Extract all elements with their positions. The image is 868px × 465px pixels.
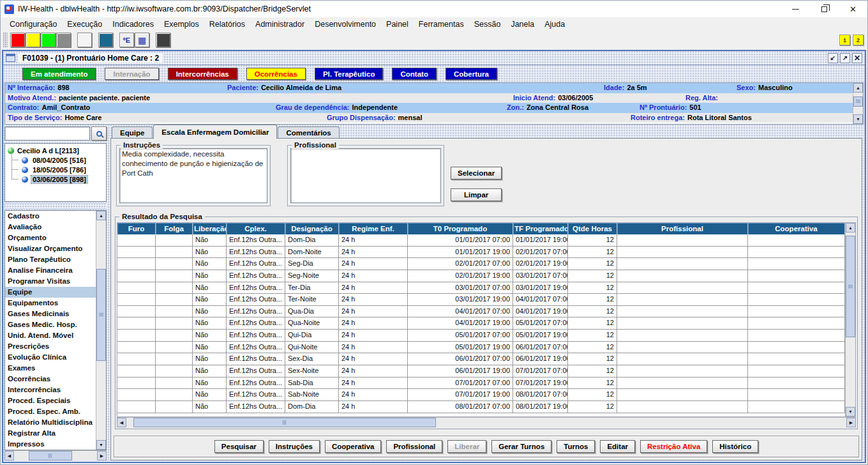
sidebar-item[interactable]: Prescrições [5, 341, 96, 352]
table-row[interactable]: Não Enf.12hs Outra... Sab-Noite 24 h 07/… [117, 389, 845, 401]
sidebar-item[interactable]: Gases Medic. Hosp. [5, 319, 96, 330]
table-header-cell[interactable]: Cooperativa [748, 223, 845, 234]
frame-minimize-button[interactable]: ↙ [828, 53, 838, 63]
quick-session-button[interactable]: 1 [839, 34, 850, 45]
table-header-cell[interactable]: Profissional [617, 223, 748, 234]
table-header-cell[interactable]: Folga [156, 223, 193, 234]
sidebar-item[interactable]: Programar Visitas [5, 276, 96, 287]
color-swatch-button[interactable] [41, 33, 56, 47]
color-swatch-button[interactable] [10, 33, 25, 47]
frame-close-button[interactable]: ✕ [852, 53, 862, 63]
toolbar-grip[interactable] [3, 33, 8, 48]
table-row[interactable]: Não Enf.12hs Outra... Ter-Dia 24 h 03/01… [117, 282, 845, 294]
tab[interactable]: Equipe [112, 126, 153, 139]
menu-item[interactable]: Painel [381, 19, 414, 30]
status-button[interactable]: Contato [392, 68, 436, 80]
minimize-button[interactable] [781, 1, 810, 17]
scroll-down-icon[interactable]: ▼ [96, 440, 106, 450]
sidebar-item[interactable]: Proced. Espec. Amb. [5, 406, 96, 417]
table-row[interactable]: Não Enf.12hs Outra... Sab-Dia 24 h 07/01… [117, 377, 845, 390]
sidebar-item[interactable]: Intercorrências [5, 385, 96, 395]
scroll-down-icon[interactable]: ▼ [853, 114, 863, 124]
table-header-cell[interactable]: Designação [285, 223, 339, 234]
scroll-up-icon[interactable]: ▲ [96, 211, 106, 220]
action-button[interactable]: Liberar [447, 440, 486, 453]
scroll-down-icon[interactable]: ▼ [846, 407, 855, 416]
scroll-left-icon[interactable]: ◀ [117, 418, 126, 427]
menu-item[interactable]: Ajuda [539, 19, 570, 30]
table-row[interactable]: Não Enf.12hs Outra... Qua-Dia 24 h 04/01… [117, 306, 845, 318]
tree-date-node[interactable]: 18/05/2005 [786] [6, 165, 105, 174]
table-row[interactable]: Não Enf.12hs Outra... Seg-Noite 24 h 02/… [117, 270, 845, 282]
table-row[interactable]: Não Enf.12hs Outra... Dom-Dia 24 h 08/01… [117, 401, 845, 413]
menu-item[interactable]: Janela [505, 19, 539, 30]
scroll-right-icon[interactable]: ▶ [846, 418, 856, 427]
sidebar-item[interactable]: Exames [5, 363, 96, 374]
teal-swatch-button[interactable] [98, 33, 113, 47]
table-header-cell[interactable]: Furo [117, 223, 156, 234]
menu-item[interactable]: Execução [62, 19, 107, 30]
table-row[interactable]: Não Enf.12hs Outra... Seg-Dia 24 h 02/01… [117, 258, 845, 270]
color-swatch-button[interactable] [56, 33, 71, 47]
action-button[interactable]: Restrição Ativa [640, 440, 707, 453]
tab[interactable]: Comentários [278, 126, 339, 139]
status-button[interactable]: Cobertura [445, 68, 497, 80]
instructions-textarea[interactable]: Media complexidade, necessita conhecimen… [119, 148, 267, 203]
action-button[interactable]: Turnos [557, 440, 595, 453]
scroll-up-icon[interactable]: ▲ [846, 223, 855, 232]
table-row[interactable]: Não Enf.12hs Outra... Qui-Dia 24 h 05/01… [117, 330, 845, 342]
sidebar-item[interactable]: Ocorrências [5, 374, 96, 385]
internal-frame-titlebar[interactable]: F01039 - (1) Prontuário Home Care : 2 ↙ … [3, 51, 865, 65]
status-button[interactable]: Em atendimento [22, 68, 96, 80]
menu-item[interactable]: Indicadores [107, 19, 159, 30]
table-row[interactable]: Não Enf.12hs Outra... Ter-Noite 24 h 03/… [117, 294, 845, 306]
scroll-right-icon[interactable]: ▶ [97, 451, 107, 461]
sidebar-scrollbar[interactable]: ▲ ▼ [96, 211, 106, 450]
table-header-cell[interactable]: Regime Enf. [339, 223, 408, 234]
sidebar-item[interactable]: Registrar Alta [5, 428, 96, 439]
table-row[interactable]: Não Enf.12hs Outra... Sex-Dia 24 h 06/01… [117, 353, 845, 365]
professional-textarea[interactable] [290, 148, 441, 203]
frame-maximize-button[interactable]: ↗ [840, 53, 850, 63]
table-header-cell[interactable]: Qtde Horas [568, 223, 617, 234]
tree-date-node[interactable]: 08/04/2005 [516] [6, 155, 105, 165]
table-row[interactable]: Não Enf.12hs Outra... Dom-Dia 24 h 01/01… [117, 234, 845, 247]
clear-button[interactable]: Limpar [451, 188, 502, 201]
sidebar-item[interactable]: Equipe [5, 287, 96, 298]
close-button[interactable]: ✕ [839, 1, 867, 17]
menu-item[interactable]: Administrador [250, 19, 310, 30]
status-button[interactable]: Intercorrências [168, 68, 237, 80]
sidebar-item[interactable]: Gases Medicinais [5, 309, 96, 319]
menu-item[interactable]: Exemplos [159, 19, 204, 30]
search-input[interactable] [4, 126, 90, 141]
menu-item[interactable]: Relatórios [204, 19, 250, 30]
action-button[interactable]: Editar [600, 440, 635, 453]
action-button[interactable]: Instruções [269, 440, 320, 453]
sidebar-item[interactable]: Orçamento [5, 232, 96, 243]
table-row[interactable]: Não Enf.12hs Outra... Dom-Noite 24 h 01/… [117, 247, 845, 259]
sidebar-item[interactable]: Evolução Clínica [5, 352, 96, 363]
table-hscrollbar[interactable]: ◀ ▶ [117, 417, 856, 427]
grid-tool-button[interactable]: ▦ [135, 33, 149, 47]
status-button[interactable]: Internação [105, 68, 158, 80]
patient-scrollbar[interactable]: ▲ ▼ [853, 83, 863, 124]
select-button[interactable]: Selecionar [451, 167, 502, 179]
table-vscrollbar[interactable]: ▲ ▼ [845, 223, 855, 416]
scroll-up-icon[interactable]: ▲ [853, 83, 863, 93]
sidebar-item[interactable]: Visualizar Orçamento [5, 243, 96, 254]
action-button[interactable]: Pesquisar [214, 440, 264, 453]
action-button[interactable]: Cooperativa [325, 440, 381, 453]
sidebar-item[interactable]: Unid. Atend. Móvel [5, 330, 96, 341]
sidebar-item[interactable]: Avaliação [5, 222, 96, 232]
status-button[interactable]: Pl. Terapêutico [315, 68, 384, 80]
tree-root-node[interactable]: Cecilio A d L[2113] [6, 146, 105, 155]
sidebar-item[interactable]: Equipamentos [5, 298, 96, 309]
menu-item[interactable]: Ferramentas [414, 19, 469, 30]
table-row[interactable]: Não Enf.12hs Outra... Qui-Noite 24 h 05/… [117, 342, 845, 354]
quick-session-button[interactable]: 2 [853, 34, 864, 45]
status-button[interactable]: Ocorrências [246, 68, 306, 80]
sidebar-item[interactable]: Plano Terapêutico [5, 254, 96, 265]
sidebar-item[interactable]: Relatório Multidisciplina [5, 417, 96, 428]
action-button[interactable]: Gerar Turnos [491, 440, 551, 453]
sidebar-hscrollbar[interactable]: ◀ ▶ [4, 450, 107, 461]
